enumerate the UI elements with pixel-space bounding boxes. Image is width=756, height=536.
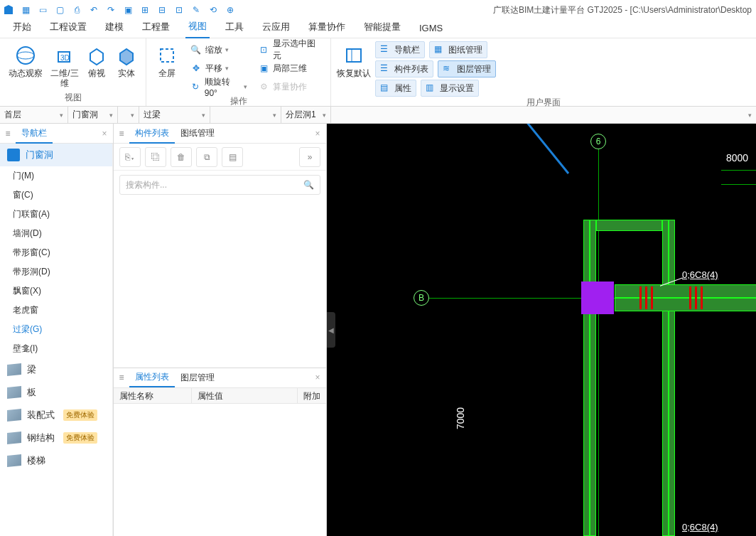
layermgr-toggle[interactable]: ≋图层管理 [438,60,496,77]
tab-quantity[interactable]: 工程量 [139,18,173,38]
drawmgr-toggle[interactable]: ▦图纸管理 [429,41,487,58]
subtype-dropdown[interactable]: 过梁▾ [139,107,210,123]
beam-icon [7,363,21,376]
select-icon[interactable]: ▦ [18,3,33,17]
globe-icon [14,44,37,67]
tab-coop[interactable]: 算量协作 [306,18,348,38]
search-input[interactable]: 搜索构件... 🔍 [119,175,320,195]
show-selected-button[interactable]: ⊡显示选中图元 [254,41,325,58]
category-dropdown[interactable]: 门窗洞▾ [68,107,118,123]
tab-smart[interactable]: 智能提量 [361,18,404,38]
open-icon[interactable]: ▢ [53,3,67,17]
tool4-icon[interactable]: ⊡ [172,3,186,17]
subtype-extra[interactable]: ▾ [210,107,281,123]
layermgr-tab[interactable]: 图层管理 [175,368,220,387]
save-icon[interactable]: ⎙ [70,3,84,17]
layer-dropdown[interactable]: 分层洞1▾ [281,107,331,123]
nav-cat-slab[interactable]: 板 [0,381,112,404]
steel-icon [7,432,21,444]
navbar-toggle[interactable]: ☰导航栏 [375,41,425,58]
layer-extra[interactable]: ▾ [331,107,756,123]
nav-item[interactable]: 老虎窗 [0,301,112,320]
complist-toolbar: ⎘▾ ⿻ 🗑 ⧉ ▤ » [114,144,326,171]
tool1-icon[interactable]: ▣ [121,3,135,17]
cube3d-icon: 3D [53,44,76,67]
2d3d-button[interactable]: 3D 二维/三维 [50,41,80,88]
proplist-tab[interactable]: 属性列表 [129,368,175,387]
nav-item[interactable]: 壁龛(I) [0,339,112,358]
nav-cat-beam[interactable]: 梁 [0,358,112,381]
nav-item-selected[interactable]: 过梁(G) [0,320,112,339]
collapse-handle[interactable]: ◀ [327,312,335,348]
nav-cat-prefab[interactable]: 装配式免费体验 [0,404,112,427]
dimension-v: 7000 [455,407,466,429]
complist-toggle[interactable]: ☰构件列表 [375,60,433,77]
top-view-button[interactable]: 俯视 [84,41,109,78]
nav-item[interactable]: 墙洞(D) [0,224,112,243]
restore-default-button[interactable]: 恢复默认 [337,41,371,78]
tool6-icon[interactable]: ⟲ [206,3,220,17]
new-comp-button[interactable]: ⎘▾ [119,147,141,167]
pin-icon[interactable]: ≡ [0,129,16,139]
nav-cat-stair[interactable]: 楼梯 [0,449,112,472]
undo-icon[interactable]: ↶ [87,3,101,17]
dispset-toggle[interactable]: ▥显示设置 [421,80,479,97]
svg-line-7 [489,124,568,173]
layer-button[interactable]: ▤ [222,147,243,167]
drawmgr-tab[interactable]: 图纸管理 [175,124,220,143]
nav-item[interactable]: 窗(C) [0,186,112,205]
nav-item[interactable]: 飘窗(X) [0,282,112,301]
solid-button[interactable]: 实体 [114,41,139,78]
nav-item[interactable]: 带形窗(C) [0,243,112,262]
complist-tab[interactable]: 构件列表 [129,124,175,144]
pin-icon[interactable]: ≡ [114,372,129,382]
fullscreen-icon [156,44,178,67]
pin-icon[interactable]: ≡ [114,129,129,139]
nav-group-door-window[interactable]: 门窗洞 [0,144,112,166]
tool7-icon[interactable]: ⊕ [223,3,237,17]
nav-item[interactable]: 门联窗(A) [0,205,112,224]
tab-model[interactable]: 建模 [102,18,126,38]
pointer-arrow [476,124,576,181]
axis-tick [721,170,756,171]
zoom-button[interactable]: 🔍缩放▾ [187,41,251,58]
redo-icon[interactable]: ↷ [104,3,118,17]
copy-button[interactable]: ⿻ [145,147,166,167]
props-toggle[interactable]: ▤属性 [375,80,416,97]
tab-start[interactable]: 开始 [10,18,34,38]
calc-coop-button: ⚙算量协作 [254,78,325,95]
floor-dropdown[interactable]: 首层▾ [0,107,68,123]
tool3-icon[interactable]: ⊟ [155,3,169,17]
pan-button[interactable]: ✥平移▾ [187,60,251,77]
tool5-icon[interactable]: ✎ [189,3,203,17]
local3d-button[interactable]: ▣局部三维 [254,60,325,77]
tab-project[interactable]: 工程设置 [47,18,90,38]
menu-bar: 开始 工程设置 建模 工程量 视图 工具 云应用 算量协作 智能提量 IGMS [0,20,756,38]
delete-button[interactable]: 🗑 [171,147,192,167]
dup-button[interactable]: ⧉ [196,147,217,167]
rotate-icon: ↻ [190,80,202,93]
nav-item[interactable]: 门(M) [0,166,112,186]
nav-cat-steel[interactable]: 钢结构免费体验 [0,427,112,449]
nav-list: 门窗洞 门(M) 窗(C) 门联窗(A) 墙洞(D) 带形窗(C) 带形洞(D)… [0,144,113,536]
slab-icon [7,386,21,399]
layers-icon: ≋ [443,63,454,75]
tab-view[interactable]: 视图 [185,17,210,38]
rotate90-button[interactable]: ↻顺旋转90°▾ [187,78,251,95]
fullscreen-button[interactable]: 全屏 [152,41,183,78]
close-complist-button[interactable]: × [309,129,326,139]
new-icon[interactable]: ▭ [36,3,50,17]
expand-button[interactable]: » [299,147,320,167]
tab-igms[interactable]: IGMS [416,20,446,38]
close-nav-button[interactable]: × [96,129,113,139]
wall-h1[interactable] [596,220,662,231]
dynamic-observe-button[interactable]: 动态观察 [6,41,45,78]
tool2-icon[interactable]: ⊞ [138,3,152,17]
nav-item[interactable]: 带形洞(D) [0,262,112,282]
tab-cloud[interactable]: 云应用 [259,18,293,38]
tab-tools[interactable]: 工具 [222,18,247,38]
category-extra[interactable]: ▾ [118,107,139,123]
drawing-canvas[interactable]: ◀ 6 B 8000 7000 0;6C8(4) [327,124,756,536]
column[interactable] [581,282,614,314]
close-proplist-button[interactable]: × [309,372,326,382]
